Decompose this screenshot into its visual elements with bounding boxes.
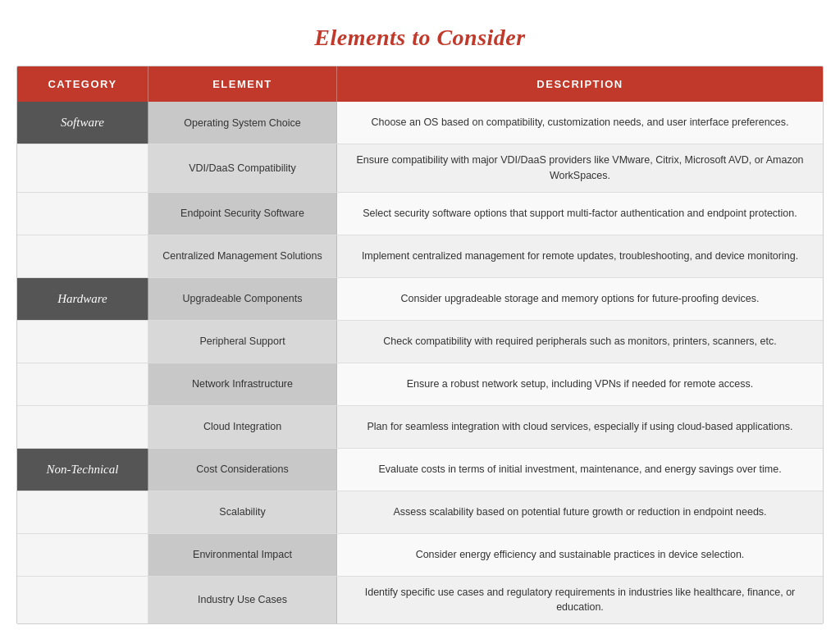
cell-description: Plan for seamless integration with cloud… xyxy=(337,406,823,448)
cell-element: Scalability xyxy=(148,491,337,533)
cell-description: Ensure a robust network setup, including… xyxy=(337,363,823,405)
table-row: SoftwareOperating System ChoiceChoose an… xyxy=(17,102,823,144)
cell-element: Operating System Choice xyxy=(148,102,337,144)
cell-description: Consider energy efficiency and sustainab… xyxy=(337,534,823,576)
table-row: Centralized Management SolutionsImplemen… xyxy=(17,235,823,278)
table-body: SoftwareOperating System ChoiceChoose an… xyxy=(17,102,823,623)
cell-category: Hardware xyxy=(17,278,148,320)
cell-category xyxy=(17,235,148,277)
header-element: ELEMENT xyxy=(148,66,337,102)
cell-description: Choose an OS based on compatibility, cus… xyxy=(337,102,823,144)
cell-category xyxy=(17,144,148,192)
cell-description: Assess scalability based on potential fu… xyxy=(337,491,823,533)
table-header: CATEGORY ELEMENT DESCRIPTION xyxy=(17,66,823,102)
table-row: ScalabilityAssess scalability based on p… xyxy=(17,491,823,534)
cell-element: Network Infrastructure xyxy=(148,363,337,405)
page-container: Elements to Consider CATEGORY ELEMENT DE… xyxy=(16,16,824,624)
table-row: Network InfrastructureEnsure a robust ne… xyxy=(17,363,823,406)
cell-element: Cost Considerations xyxy=(148,449,337,491)
cell-element: Centralized Management Solutions xyxy=(148,235,337,277)
cell-description: Ensure compatibility with major VDI/DaaS… xyxy=(337,144,823,192)
cell-category: Non-Technical xyxy=(17,449,148,491)
cell-category xyxy=(17,406,148,448)
cell-description: Evaluate costs in terms of initial inves… xyxy=(337,449,823,491)
cell-element: Cloud Integration xyxy=(148,406,337,448)
table-row: Cloud IntegrationPlan for seamless integ… xyxy=(17,406,823,449)
cell-element: VDI/DaaS Compatibility xyxy=(148,144,337,192)
cell-category xyxy=(17,577,148,624)
cell-description: Select security software options that su… xyxy=(337,193,823,235)
table-row: Endpoint Security SoftwareSelect securit… xyxy=(17,193,823,235)
table-row: VDI/DaaS CompatibilityEnsure compatibili… xyxy=(17,144,823,193)
table-row: Peripheral SupportCheck compatibility wi… xyxy=(17,321,823,363)
table-row: Industry Use CasesIdentify specific use … xyxy=(17,577,823,624)
cell-category xyxy=(17,491,148,533)
cell-element: Peripheral Support xyxy=(148,321,337,363)
cell-description: Check compatibility with required periph… xyxy=(337,321,823,363)
cell-description: Consider upgradeable storage and memory … xyxy=(337,278,823,320)
cell-category xyxy=(17,321,148,363)
cell-description: Implement centralized management for rem… xyxy=(337,235,823,277)
cell-element: Industry Use Cases xyxy=(148,577,337,624)
main-table: CATEGORY ELEMENT DESCRIPTION SoftwareOpe… xyxy=(16,66,824,624)
table-row: Non-TechnicalCost ConsiderationsEvaluate… xyxy=(17,449,823,491)
cell-description: Identify specific use cases and regulato… xyxy=(337,577,823,624)
cell-element: Upgradeable Components xyxy=(148,278,337,320)
table-row: Environmental ImpactConsider energy effi… xyxy=(17,534,823,577)
table-row: HardwareUpgradeable ComponentsConsider u… xyxy=(17,278,823,321)
cell-category xyxy=(17,363,148,405)
cell-element: Environmental Impact xyxy=(148,534,337,576)
header-description: DESCRIPTION xyxy=(337,66,823,102)
cell-category: Software xyxy=(17,102,148,144)
cell-category xyxy=(17,534,148,576)
header-category: CATEGORY xyxy=(17,66,148,102)
cell-category xyxy=(17,193,148,235)
page-title: Elements to Consider xyxy=(16,25,824,51)
cell-element: Endpoint Security Software xyxy=(148,193,337,235)
